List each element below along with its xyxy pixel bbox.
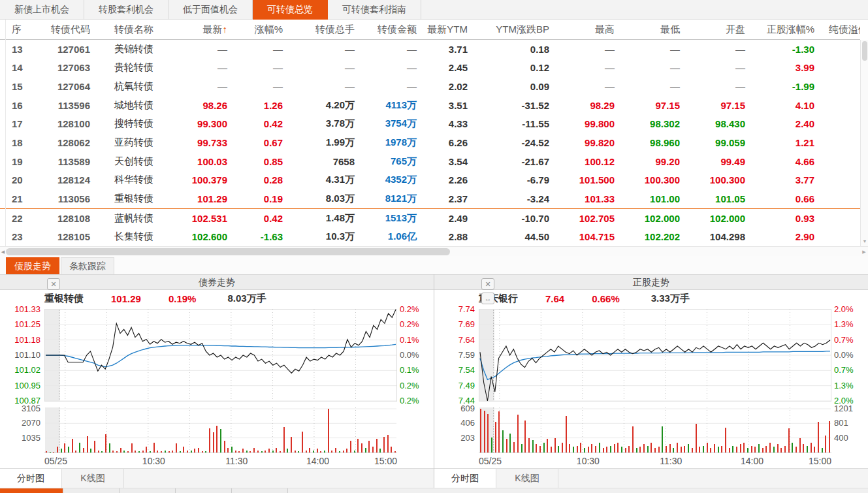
column-header[interactable]: 最新↑	[176, 24, 229, 36]
top-tab-0[interactable]: 新债上市机会	[0, 0, 84, 20]
cell: -6.79	[469, 174, 551, 185]
column-header[interactable]: 最低	[616, 24, 681, 36]
cell: 0.93	[747, 213, 816, 224]
column-header[interactable]: YTM涨跌BP	[469, 24, 551, 36]
cell: —	[229, 81, 284, 92]
volume-axis-label: 400	[834, 434, 867, 443]
time-label: 11:30	[225, 456, 248, 466]
cell: 104.298	[681, 231, 747, 242]
time-label: 15:00	[374, 456, 397, 466]
cell: 99.820	[551, 137, 616, 148]
volume-plot[interactable]	[479, 406, 831, 454]
cell: 127061	[33, 44, 91, 55]
bond-price-chart[interactable]: 101.33101.25101.18101.10101.02100.95100.…	[0, 307, 434, 404]
scroll-down-icon[interactable]: ▼	[861, 237, 868, 246]
top-tab-3[interactable]: 可转债总览	[253, 0, 328, 20]
vertical-scrollbar-thumb[interactable]	[862, 41, 867, 61]
table-row[interactable]: 21113056重银转债101.290.198.03万8121万2.37-3.2…	[0, 189, 860, 209]
vertical-scrollbar[interactable]: ▼	[860, 40, 868, 246]
subtab-minute-chart[interactable]: 分时图	[0, 469, 62, 488]
section-tab-1[interactable]: 条款跟踪	[61, 257, 114, 274]
cell: 3.54	[418, 156, 469, 167]
price-plot[interactable]	[479, 307, 831, 404]
cell: —	[356, 62, 418, 73]
column-header[interactable]: 转债金额	[356, 24, 418, 36]
table-row[interactable]: 19113589天创转债100.030.857658765万3.54-21.67…	[0, 152, 860, 171]
price-axis-label: 7.59	[434, 351, 475, 360]
table-row[interactable]: 14127063贵轮转债————2.450.12———3.99	[0, 59, 860, 78]
cell: —	[176, 62, 229, 73]
column-header[interactable]: 开盘	[681, 24, 747, 36]
section-tab-0[interactable]: 债股走势	[6, 257, 59, 274]
stock-price-chart[interactable]: 7.747.697.647.597.547.497.442.0%1.3%0.7%…	[434, 307, 868, 404]
bottom-partial-tab-2[interactable]	[120, 488, 176, 493]
bottom-partial-tab-4[interactable]	[232, 488, 288, 493]
scroll-left-icon[interactable]: ◀	[0, 247, 6, 257]
table-row[interactable]: 22128108蓝帆转债102.5310.421.48万1513万2.49-10…	[0, 209, 860, 228]
horizontal-scrollbar-thumb[interactable]	[6, 248, 450, 255]
table-row[interactable]: 23128105长集转债102.600-1.6310.3万1.06亿2.8844…	[0, 227, 860, 246]
cell: 长集转债	[91, 231, 176, 243]
subtab-minute-chart[interactable]: 分时图	[434, 469, 496, 488]
bond-table: 13127061美锦转债————3.710.18———-1.3014127063…	[0, 40, 860, 246]
cell: 99.49	[681, 156, 747, 167]
table-row[interactable]: 18128062亚药转债99.7330.671.99万1978万6.26-24.…	[0, 133, 860, 152]
bond-chart-title: 债券走势	[0, 274, 434, 290]
cell: 98.430	[681, 118, 747, 129]
column-header[interactable]: 正股涨幅%	[747, 24, 816, 36]
cell: 100.12	[551, 156, 616, 167]
top-tab-4[interactable]: 可转债套利指南	[328, 0, 421, 20]
cell: -31.52	[469, 100, 551, 111]
horizontal-scrollbar[interactable]: ◀	[0, 246, 860, 256]
cell: 99.733	[176, 137, 229, 148]
column-header[interactable]: 最高	[551, 24, 616, 36]
bond-volume-chart[interactable]: 310520701035	[0, 406, 434, 454]
bond-price: 101.29	[111, 293, 141, 304]
section-tab-bar: 债股走势条款跟踪	[0, 256, 868, 274]
price-axis-label: 101.02	[0, 366, 40, 375]
bottom-partial-tab-3[interactable]	[176, 488, 232, 493]
top-tab-2[interactable]: 低于面值机会	[169, 0, 253, 20]
close-icon[interactable]: ✕	[47, 278, 60, 290]
scroll-right-icon[interactable]: ▶	[860, 246, 868, 256]
resize-horizontal-icon[interactable]: ↔	[481, 293, 494, 304]
pct-axis-label: 0.2%	[400, 396, 432, 406]
price-plot[interactable]	[44, 307, 397, 404]
cell: 102.000	[681, 213, 747, 224]
top-tab-1[interactable]: 转股套利机会	[84, 0, 169, 20]
price-axis-label: 101.10	[0, 351, 40, 360]
close-icon[interactable]: ✕	[481, 278, 494, 290]
stock-change-pct: 0.66%	[592, 293, 620, 304]
subtab-kline-chart[interactable]: K线图	[496, 469, 558, 488]
column-header[interactable]: 纯债溢价率	[816, 24, 860, 36]
cell: 113056	[33, 193, 91, 204]
column-header[interactable]: 最新YTM	[418, 24, 469, 36]
table-row[interactable]: 16113596城地转债98.261.264.20万4113万3.51-31.5…	[0, 96, 860, 115]
table-row[interactable]: 13127061美锦转债————3.710.18———-1.30	[0, 40, 860, 59]
table-row[interactable]: 20128124科华转债100.3790.284.31万4352万2.26-6.…	[0, 170, 860, 189]
column-header[interactable]: 转债总手	[284, 24, 356, 36]
cell: 3754万	[356, 118, 418, 130]
cell: —	[356, 81, 418, 92]
volume-axis-label: 801	[834, 419, 867, 428]
cell: 100.03	[176, 156, 229, 167]
cell: 3.71	[418, 44, 469, 55]
column-header[interactable]: 转债名称	[91, 24, 176, 36]
cell: 4.33	[418, 118, 469, 129]
cell: —	[229, 44, 284, 55]
stock-volume-chart[interactable]: 6094062031201801400	[434, 406, 868, 454]
column-header[interactable]: 涨幅%	[229, 24, 284, 36]
cell: 蓝帆转债	[91, 212, 176, 225]
column-header[interactable]: 转债代码	[33, 24, 91, 36]
subtab-kline-chart[interactable]: K线图	[62, 469, 124, 488]
volume-plot[interactable]	[44, 406, 397, 454]
cell: 杭氧转债	[91, 80, 176, 93]
table-row[interactable]: 17128100搜特转债99.3000.423.78万3754万4.33-11.…	[0, 115, 860, 134]
top-tab-bar: 新债上市机会转股套利机会低于面值机会可转债总览可转债套利指南	[0, 0, 868, 20]
table-row[interactable]: 15127064杭氧转债————2.020.09———-1.99	[0, 77, 860, 96]
bottom-partial-tab-1[interactable]	[63, 488, 120, 493]
price-axis-label: 7.69	[434, 320, 475, 329]
bottom-partial-tab-0[interactable]	[0, 488, 63, 493]
cell: 102.531	[176, 213, 229, 224]
cell: 102.000	[616, 213, 681, 224]
